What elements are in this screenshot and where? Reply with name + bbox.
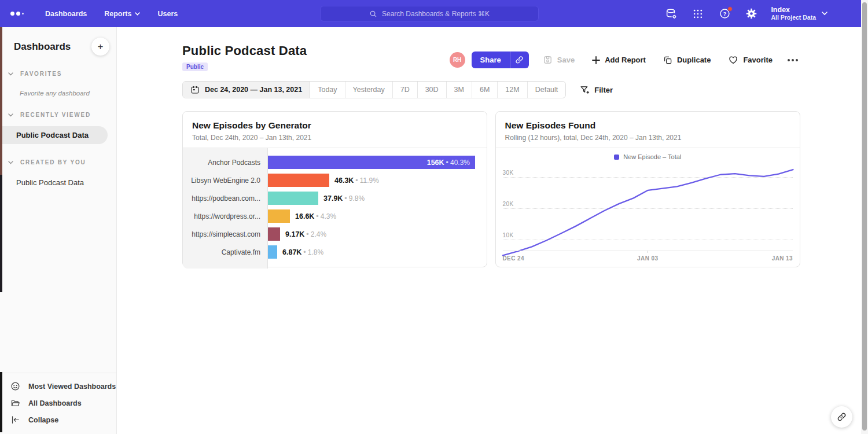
preset-button[interactable]: 12M — [498, 82, 527, 98]
preset-button[interactable]: 7D — [393, 82, 418, 98]
project-subtitle: All Project Data — [771, 14, 816, 21]
bar[interactable] — [268, 192, 318, 205]
bar[interactable] — [268, 227, 280, 241]
favorites-empty-text: Favorite any dashboard — [20, 90, 116, 97]
notification-badge — [727, 6, 733, 12]
share-link-fab[interactable] — [831, 406, 852, 428]
bar[interactable]: 156K•40.3% — [268, 156, 475, 169]
line-chart-card: New Episodes Found Rolling (12 hours), t… — [495, 111, 801, 267]
legend-swatch — [614, 155, 619, 160]
data-sources-icon[interactable] — [664, 7, 678, 21]
date-range-control: Dec 24, 2020 — Jan 13, 2021 TodayYesterd… — [182, 81, 566, 98]
background-window-sliver — [0, 372, 2, 432]
collapse-sidebar-button[interactable]: Collapse — [0, 411, 116, 428]
preset-button[interactable]: Yesterday — [345, 82, 393, 98]
bar-category-label: Libsyn WebEngine 2.0 — [183, 176, 268, 185]
background-window-sliver — [0, 175, 2, 292]
most-viewed-dashboards-button[interactable]: Most Viewed Dashboards — [0, 378, 116, 395]
date-range-label: Dec 24, 2020 — Jan 13, 2021 — [205, 86, 302, 94]
chart-subtitle: Total, Dec 24th, 2020 – Jan 13th, 2021 — [192, 134, 477, 142]
nav-item-reports[interactable]: Reports — [104, 10, 140, 18]
filter-button[interactable]: Filter — [580, 85, 613, 95]
sidebar-section-recently-viewed[interactable]: RECENTLY VIEWED — [8, 112, 116, 118]
help-icon[interactable]: ? — [718, 7, 731, 21]
nav-item-dashboards[interactable]: Dashboards — [45, 10, 87, 18]
smiley-icon — [10, 381, 20, 391]
sidebar-item-public-podcast-data[interactable]: Public Podcast Data — [0, 126, 108, 144]
preset-button[interactable]: 6M — [472, 82, 498, 98]
preset-button[interactable]: Default — [528, 82, 566, 98]
sidebar: Dashboards + FAVORITES Favorite any dash… — [0, 27, 117, 434]
sidebar-section-favorites[interactable]: FAVORITES — [8, 71, 116, 77]
chevron-down-icon — [8, 113, 13, 117]
chart-legend: New Episode – Total — [496, 148, 800, 160]
bar-value-label: 156K•40.3% — [427, 156, 470, 169]
chevron-down-icon — [135, 12, 140, 16]
date-range-button[interactable]: Dec 24, 2020 — Jan 13, 2021 — [183, 82, 310, 98]
chevron-down-icon — [8, 161, 13, 164]
chart-subtitle: Rolling (12 hours), total, Dec 24th, 202… — [505, 134, 791, 142]
x-tick-label: JAN 13 — [772, 255, 793, 262]
background-window-sliver — [0, 27, 2, 175]
share-button[interactable]: Share — [472, 52, 529, 68]
nav-item-label: Users — [157, 10, 178, 18]
chart-title: New Episodes by Generator — [192, 120, 477, 131]
x-axis: DEC 24 JAN 03 JAN 13 — [503, 251, 793, 263]
collapse-icon — [10, 415, 20, 425]
preset-button[interactable]: Today — [310, 82, 345, 98]
bar-category-label: Anchor Podcasts — [183, 159, 268, 167]
bar-row: Captivate.fm6.87K•1.8% — [183, 243, 487, 261]
bar-row: Anchor Podcasts156K•40.3% — [183, 153, 487, 171]
search-placeholder: Search Dashboards & Reports ⌘K — [382, 10, 490, 18]
avatar[interactable]: RH — [450, 52, 465, 68]
save-icon — [543, 55, 553, 65]
scrollbar-track[interactable] — [861, 0, 868, 434]
calendar-icon — [190, 85, 200, 94]
link-icon — [515, 56, 524, 64]
bar[interactable] — [268, 174, 329, 187]
top-nav: Dashboards Reports Users Search Dashboar… — [0, 0, 861, 27]
project-selector[interactable]: Index All Project Data — [771, 6, 827, 21]
sidebar-section-created-by-you[interactable]: CREATED BY YOU — [8, 159, 116, 165]
share-link-button[interactable] — [510, 52, 529, 68]
line-plot[interactable]: 10K20K30K — [503, 164, 793, 251]
apps-grid-icon[interactable] — [691, 7, 705, 21]
bar-category-label: https://podbean.com... — [183, 194, 268, 203]
bar[interactable] — [268, 245, 277, 259]
add-report-button[interactable]: Add Report — [592, 56, 646, 64]
public-badge: Public — [182, 62, 208, 71]
preset-button[interactable]: 3M — [447, 82, 472, 98]
bar-row: Libsyn WebEngine 2.046.3K•11.9% — [183, 171, 487, 189]
duplicate-button[interactable]: Duplicate — [663, 56, 711, 65]
search-icon — [369, 10, 377, 18]
page-title: Public Podcast Data — [182, 43, 307, 58]
bar[interactable] — [268, 209, 290, 223]
bar-row: https://simplecast.com9.17K•2.4% — [183, 225, 487, 243]
bar-value-label: 37.9K•9.8% — [323, 194, 365, 203]
scrollbar-thumb[interactable] — [862, 2, 867, 431]
app-logo[interactable] — [10, 12, 30, 16]
bar-chart-card: New Episodes by Generator Total, Dec 24t… — [182, 111, 487, 267]
bar-value-label: 46.3K•11.9% — [334, 176, 379, 185]
gear-icon[interactable] — [744, 7, 758, 21]
nav-item-label: Dashboards — [45, 10, 87, 18]
bar-value-label: 16.6K•4.3% — [295, 212, 336, 220]
bar-category-label: Captivate.fm — [183, 248, 268, 256]
axis-tick — [648, 251, 648, 253]
chevron-down-icon — [8, 72, 13, 76]
project-name: Index — [771, 6, 816, 14]
x-tick-label: JAN 03 — [637, 255, 658, 262]
nav-item-users[interactable]: Users — [157, 10, 178, 18]
search-input[interactable]: Search Dashboards & Reports ⌘K — [320, 6, 539, 21]
favorite-button[interactable]: Favorite — [728, 55, 773, 65]
more-menu-button[interactable] — [785, 57, 800, 64]
all-dashboards-button[interactable]: All Dashboards — [0, 395, 116, 411]
bar-category-label: https://wordpress.or... — [183, 212, 268, 220]
preset-button[interactable]: 30D — [418, 82, 447, 98]
x-tick-label: DEC 24 — [503, 255, 524, 262]
chevron-down-icon — [822, 12, 827, 16]
add-dashboard-button[interactable]: + — [91, 38, 109, 56]
heart-icon — [728, 55, 738, 65]
sidebar-item-public-podcast-data-created[interactable]: Public Podcast Data — [0, 174, 116, 192]
save-button[interactable]: Save — [543, 55, 575, 65]
